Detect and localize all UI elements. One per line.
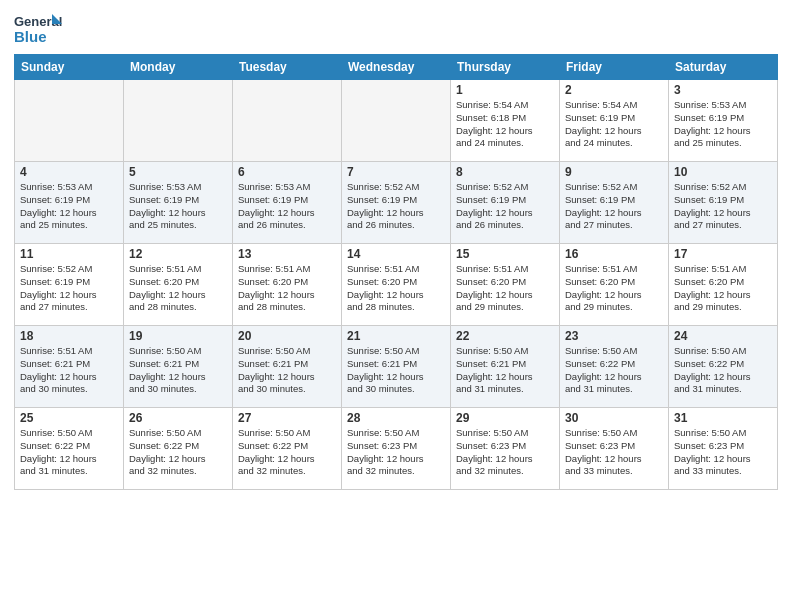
cell-content: Sunrise: 5:54 AM Sunset: 6:18 PM Dayligh… (456, 99, 554, 150)
weekday-header-monday: Monday (124, 55, 233, 80)
cell-content: Sunrise: 5:50 AM Sunset: 6:22 PM Dayligh… (674, 345, 772, 396)
cell-content: Sunrise: 5:51 AM Sunset: 6:20 PM Dayligh… (674, 263, 772, 314)
weekday-header-row: SundayMondayTuesdayWednesdayThursdayFrid… (15, 55, 778, 80)
calendar-cell: 22Sunrise: 5:50 AM Sunset: 6:21 PM Dayli… (451, 326, 560, 408)
calendar-cell: 26Sunrise: 5:50 AM Sunset: 6:22 PM Dayli… (124, 408, 233, 490)
day-number: 26 (129, 411, 227, 425)
calendar-cell: 6Sunrise: 5:53 AM Sunset: 6:19 PM Daylig… (233, 162, 342, 244)
cell-content: Sunrise: 5:50 AM Sunset: 6:22 PM Dayligh… (238, 427, 336, 478)
cell-content: Sunrise: 5:53 AM Sunset: 6:19 PM Dayligh… (238, 181, 336, 232)
cell-content: Sunrise: 5:50 AM Sunset: 6:23 PM Dayligh… (347, 427, 445, 478)
cell-content: Sunrise: 5:52 AM Sunset: 6:19 PM Dayligh… (20, 263, 118, 314)
cell-content: Sunrise: 5:51 AM Sunset: 6:21 PM Dayligh… (20, 345, 118, 396)
calendar-cell (15, 80, 124, 162)
cell-content: Sunrise: 5:50 AM Sunset: 6:22 PM Dayligh… (129, 427, 227, 478)
day-number: 21 (347, 329, 445, 343)
calendar-cell: 4Sunrise: 5:53 AM Sunset: 6:19 PM Daylig… (15, 162, 124, 244)
day-number: 28 (347, 411, 445, 425)
weekday-header-sunday: Sunday (15, 55, 124, 80)
day-number: 4 (20, 165, 118, 179)
cell-content: Sunrise: 5:51 AM Sunset: 6:20 PM Dayligh… (129, 263, 227, 314)
cell-content: Sunrise: 5:51 AM Sunset: 6:20 PM Dayligh… (565, 263, 663, 314)
cell-content: Sunrise: 5:50 AM Sunset: 6:23 PM Dayligh… (565, 427, 663, 478)
cell-content: Sunrise: 5:53 AM Sunset: 6:19 PM Dayligh… (20, 181, 118, 232)
cell-content: Sunrise: 5:51 AM Sunset: 6:20 PM Dayligh… (456, 263, 554, 314)
cell-content: Sunrise: 5:51 AM Sunset: 6:20 PM Dayligh… (238, 263, 336, 314)
day-number: 27 (238, 411, 336, 425)
day-number: 31 (674, 411, 772, 425)
calendar-cell: 11Sunrise: 5:52 AM Sunset: 6:19 PM Dayli… (15, 244, 124, 326)
cell-content: Sunrise: 5:52 AM Sunset: 6:19 PM Dayligh… (456, 181, 554, 232)
day-number: 22 (456, 329, 554, 343)
day-number: 25 (20, 411, 118, 425)
calendar-cell: 23Sunrise: 5:50 AM Sunset: 6:22 PM Dayli… (560, 326, 669, 408)
calendar-table: SundayMondayTuesdayWednesdayThursdayFrid… (14, 54, 778, 490)
logo-graphic: GeneralBlue (14, 10, 69, 48)
cell-content: Sunrise: 5:50 AM Sunset: 6:21 PM Dayligh… (456, 345, 554, 396)
calendar-cell: 24Sunrise: 5:50 AM Sunset: 6:22 PM Dayli… (669, 326, 778, 408)
page: GeneralBlue SundayMondayTuesdayWednesday… (0, 0, 792, 612)
day-number: 3 (674, 83, 772, 97)
weekday-header-wednesday: Wednesday (342, 55, 451, 80)
cell-content: Sunrise: 5:51 AM Sunset: 6:20 PM Dayligh… (347, 263, 445, 314)
week-row-1: 1Sunrise: 5:54 AM Sunset: 6:18 PM Daylig… (15, 80, 778, 162)
day-number: 17 (674, 247, 772, 261)
day-number: 15 (456, 247, 554, 261)
day-number: 11 (20, 247, 118, 261)
logo: GeneralBlue (14, 10, 69, 48)
day-number: 13 (238, 247, 336, 261)
day-number: 20 (238, 329, 336, 343)
calendar-cell (233, 80, 342, 162)
cell-content: Sunrise: 5:50 AM Sunset: 6:23 PM Dayligh… (674, 427, 772, 478)
calendar-cell: 3Sunrise: 5:53 AM Sunset: 6:19 PM Daylig… (669, 80, 778, 162)
cell-content: Sunrise: 5:50 AM Sunset: 6:22 PM Dayligh… (565, 345, 663, 396)
calendar-cell: 25Sunrise: 5:50 AM Sunset: 6:22 PM Dayli… (15, 408, 124, 490)
day-number: 19 (129, 329, 227, 343)
weekday-header-saturday: Saturday (669, 55, 778, 80)
calendar-cell: 1Sunrise: 5:54 AM Sunset: 6:18 PM Daylig… (451, 80, 560, 162)
header: GeneralBlue (14, 10, 778, 48)
calendar-cell: 12Sunrise: 5:51 AM Sunset: 6:20 PM Dayli… (124, 244, 233, 326)
calendar-cell: 21Sunrise: 5:50 AM Sunset: 6:21 PM Dayli… (342, 326, 451, 408)
cell-content: Sunrise: 5:53 AM Sunset: 6:19 PM Dayligh… (129, 181, 227, 232)
week-row-5: 25Sunrise: 5:50 AM Sunset: 6:22 PM Dayli… (15, 408, 778, 490)
calendar-cell: 10Sunrise: 5:52 AM Sunset: 6:19 PM Dayli… (669, 162, 778, 244)
calendar-cell: 15Sunrise: 5:51 AM Sunset: 6:20 PM Dayli… (451, 244, 560, 326)
calendar-cell: 19Sunrise: 5:50 AM Sunset: 6:21 PM Dayli… (124, 326, 233, 408)
calendar-cell: 8Sunrise: 5:52 AM Sunset: 6:19 PM Daylig… (451, 162, 560, 244)
calendar-cell: 28Sunrise: 5:50 AM Sunset: 6:23 PM Dayli… (342, 408, 451, 490)
day-number: 29 (456, 411, 554, 425)
cell-content: Sunrise: 5:50 AM Sunset: 6:22 PM Dayligh… (20, 427, 118, 478)
calendar-cell: 31Sunrise: 5:50 AM Sunset: 6:23 PM Dayli… (669, 408, 778, 490)
calendar-cell (342, 80, 451, 162)
day-number: 5 (129, 165, 227, 179)
day-number: 1 (456, 83, 554, 97)
calendar-cell: 27Sunrise: 5:50 AM Sunset: 6:22 PM Dayli… (233, 408, 342, 490)
day-number: 12 (129, 247, 227, 261)
calendar-cell: 20Sunrise: 5:50 AM Sunset: 6:21 PM Dayli… (233, 326, 342, 408)
calendar-cell: 18Sunrise: 5:51 AM Sunset: 6:21 PM Dayli… (15, 326, 124, 408)
day-number: 24 (674, 329, 772, 343)
day-number: 7 (347, 165, 445, 179)
calendar-cell: 2Sunrise: 5:54 AM Sunset: 6:19 PM Daylig… (560, 80, 669, 162)
cell-content: Sunrise: 5:50 AM Sunset: 6:21 PM Dayligh… (347, 345, 445, 396)
day-number: 23 (565, 329, 663, 343)
day-number: 16 (565, 247, 663, 261)
day-number: 10 (674, 165, 772, 179)
weekday-header-thursday: Thursday (451, 55, 560, 80)
cell-content: Sunrise: 5:52 AM Sunset: 6:19 PM Dayligh… (674, 181, 772, 232)
cell-content: Sunrise: 5:50 AM Sunset: 6:21 PM Dayligh… (238, 345, 336, 396)
cell-content: Sunrise: 5:50 AM Sunset: 6:23 PM Dayligh… (456, 427, 554, 478)
day-number: 30 (565, 411, 663, 425)
calendar-cell: 5Sunrise: 5:53 AM Sunset: 6:19 PM Daylig… (124, 162, 233, 244)
day-number: 18 (20, 329, 118, 343)
calendar-cell: 7Sunrise: 5:52 AM Sunset: 6:19 PM Daylig… (342, 162, 451, 244)
day-number: 8 (456, 165, 554, 179)
calendar-cell: 9Sunrise: 5:52 AM Sunset: 6:19 PM Daylig… (560, 162, 669, 244)
calendar-cell (124, 80, 233, 162)
weekday-header-tuesday: Tuesday (233, 55, 342, 80)
week-row-3: 11Sunrise: 5:52 AM Sunset: 6:19 PM Dayli… (15, 244, 778, 326)
week-row-2: 4Sunrise: 5:53 AM Sunset: 6:19 PM Daylig… (15, 162, 778, 244)
calendar-cell: 17Sunrise: 5:51 AM Sunset: 6:20 PM Dayli… (669, 244, 778, 326)
weekday-header-friday: Friday (560, 55, 669, 80)
